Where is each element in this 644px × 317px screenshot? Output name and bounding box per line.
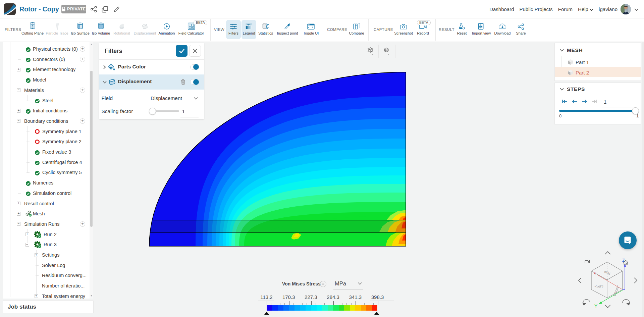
svg-text:x: x (594, 271, 596, 275)
svg-text:Z: Z (622, 258, 625, 263)
svg-text:TOP: TOP (603, 269, 611, 276)
svg-text:FRONT: FRONT (613, 285, 621, 296)
svg-text:LEFT: LEFT (594, 284, 604, 289)
svg-text:Y: Y (594, 303, 598, 309)
